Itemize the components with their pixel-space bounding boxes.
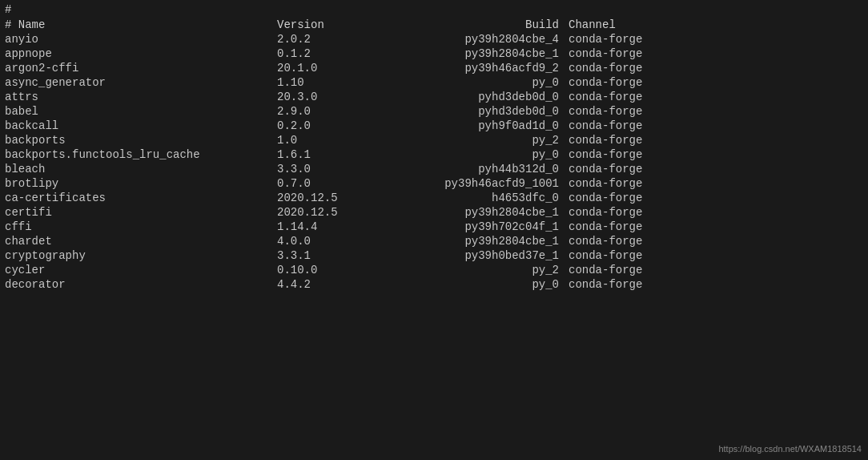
row-channel: conda-forge <box>565 33 709 46</box>
table-row: chardet4.0.0py39h2804cbe_1conda-forge <box>5 234 863 248</box>
row-name: attrs <box>5 91 277 103</box>
table-row: cryptography3.3.1py39h0bed37e_1conda-for… <box>5 248 863 263</box>
row-name: cycler <box>5 264 277 276</box>
row-version: 2020.12.5 <box>277 206 373 219</box>
table-row: backports1.0py_2conda-forge <box>5 133 863 147</box>
row-version: 1.10 <box>277 76 373 89</box>
row-version: 1.6.1 <box>277 148 373 161</box>
row-name: argon2-cffi <box>5 62 277 75</box>
row-version: 20.1.0 <box>277 62 373 75</box>
row-version: 0.7.0 <box>277 177 373 190</box>
row-version: 2.0.2 <box>277 33 373 46</box>
table-row: ca-certificates2020.12.5h4653dfc_0conda-… <box>5 191 863 205</box>
row-name: async_generator <box>5 76 277 89</box>
row-build: py_0 <box>373 278 565 291</box>
row-channel: conda-forge <box>565 148 709 161</box>
row-build: py39h2804cbe_1 <box>373 47 565 60</box>
row-channel: conda-forge <box>565 134 709 147</box>
row-version: 0.2.0 <box>277 119 373 132</box>
table-row: babel2.9.0pyhd3deb0d_0conda-forge <box>5 104 863 119</box>
row-version: 1.0 <box>277 134 373 147</box>
row-build: pyhd3deb0d_0 <box>373 105 565 118</box>
table-row: brotlipy0.7.0py39h46acfd9_1001conda-forg… <box>5 176 863 191</box>
row-version: 2020.12.5 <box>277 192 373 204</box>
row-version: 4.4.2 <box>277 278 373 291</box>
row-channel: conda-forge <box>565 91 709 103</box>
row-channel: conda-forge <box>565 62 709 75</box>
row-build: py_0 <box>373 148 565 161</box>
table-row: argon2-cffi20.1.0py39h46acfd9_2conda-for… <box>5 61 863 75</box>
row-version: 1.14.4 <box>277 220 373 233</box>
row-build: pyh9f0ad1d_0 <box>373 119 565 132</box>
table-row: decorator4.4.2py_0conda-forge <box>5 277 863 292</box>
table-header: # Name Version Build Channel <box>5 18 863 32</box>
package-table: # # Name Version Build Channel anyio2.0.… <box>5 3 863 292</box>
table-row: cffi1.14.4py39h702c04f_1conda-forge <box>5 220 863 234</box>
row-build: py39h702c04f_1 <box>373 220 565 233</box>
row-channel: conda-forge <box>565 206 709 219</box>
row-build: py39h46acfd9_1001 <box>373 177 565 190</box>
row-build: py39h46acfd9_2 <box>373 62 565 75</box>
row-build: h4653dfc_0 <box>373 192 565 204</box>
row-version: 3.3.0 <box>277 163 373 176</box>
row-name: anyio <box>5 33 277 46</box>
col-header-build: Build <box>373 18 565 31</box>
col-header-channel: Channel <box>565 18 709 31</box>
row-build: py_2 <box>373 134 565 147</box>
row-channel: conda-forge <box>565 177 709 190</box>
row-build: pyh44b312d_0 <box>373 163 565 176</box>
row-name: ca-certificates <box>5 192 277 204</box>
row-channel: conda-forge <box>565 220 709 233</box>
row-build: py39h2804cbe_1 <box>373 235 565 248</box>
row-channel: conda-forge <box>565 105 709 118</box>
row-channel: conda-forge <box>565 76 709 89</box>
row-channel: conda-forge <box>565 278 709 291</box>
row-version: 0.10.0 <box>277 264 373 276</box>
row-channel: conda-forge <box>565 47 709 60</box>
row-name: certifi <box>5 206 277 219</box>
row-build: py_0 <box>373 76 565 89</box>
table-row: certifi2020.12.5py39h2804cbe_1conda-forg… <box>5 205 863 220</box>
row-channel: conda-forge <box>565 192 709 204</box>
table-row: appnope0.1.2py39h2804cbe_1conda-forge <box>5 46 863 61</box>
row-name: backports.functools_lru_cache <box>5 148 277 161</box>
watermark: https://blog.csdn.net/WXAM1818514 <box>718 444 862 454</box>
row-build: py39h2804cbe_1 <box>373 206 565 219</box>
row-build: pyhd3deb0d_0 <box>373 91 565 103</box>
row-channel: conda-forge <box>565 119 709 132</box>
row-version: 2.9.0 <box>277 105 373 118</box>
col-header-version: Version <box>277 18 373 31</box>
row-build: py39h2804cbe_4 <box>373 33 565 46</box>
row-name: backcall <box>5 119 277 132</box>
table-row: backcall0.2.0pyh9f0ad1d_0conda-forge <box>5 119 863 133</box>
row-name: appnope <box>5 47 277 60</box>
table-row: anyio2.0.2py39h2804cbe_4conda-forge <box>5 32 863 46</box>
row-name: cffi <box>5 220 277 233</box>
row-build: py_2 <box>373 264 565 276</box>
table-row: cycler0.10.0py_2conda-forge <box>5 263 863 277</box>
row-name: chardet <box>5 235 277 248</box>
terminal-window: # # Name Version Build Channel anyio2.0.… <box>0 0 868 460</box>
row-version: 0.1.2 <box>277 47 373 60</box>
row-name: backports <box>5 134 277 147</box>
table-row: backports.functools_lru_cache1.6.1py_0co… <box>5 147 863 162</box>
col-header-name: # Name <box>5 18 277 31</box>
row-version: 4.0.0 <box>277 235 373 248</box>
row-name: decorator <box>5 278 277 291</box>
table-body: anyio2.0.2py39h2804cbe_4conda-forgeappno… <box>5 32 863 292</box>
table-row: bleach3.3.0pyh44b312d_0conda-forge <box>5 162 863 176</box>
row-channel: conda-forge <box>565 249 709 262</box>
hash-line: # <box>5 3 863 16</box>
row-name: brotlipy <box>5 177 277 190</box>
table-row: attrs20.3.0pyhd3deb0d_0conda-forge <box>5 90 863 104</box>
row-version: 20.3.0 <box>277 91 373 103</box>
row-name: bleach <box>5 163 277 176</box>
row-build: py39h0bed37e_1 <box>373 249 565 262</box>
row-channel: conda-forge <box>565 264 709 276</box>
table-row: async_generator1.10py_0conda-forge <box>5 75 863 90</box>
row-channel: conda-forge <box>565 235 709 248</box>
row-name: cryptography <box>5 249 277 262</box>
row-version: 3.3.1 <box>277 249 373 262</box>
row-name: babel <box>5 105 277 118</box>
row-channel: conda-forge <box>565 163 709 176</box>
